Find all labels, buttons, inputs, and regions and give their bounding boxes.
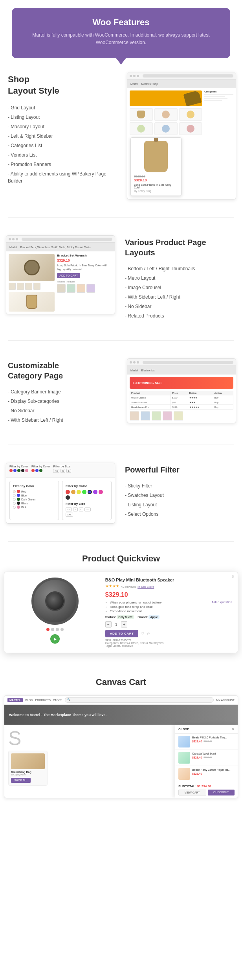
color-dot-red[interactable]	[9, 469, 13, 472]
browser-bar	[127, 72, 236, 79]
shop-mock-card: Martel Martel's Shop	[127, 72, 236, 199]
list-item: No Sidebar	[8, 406, 117, 415]
browser-dot	[130, 361, 132, 364]
nav-link-account[interactable]: MY ACCOUNT	[216, 699, 235, 701]
cat-product-thumb	[163, 411, 172, 421]
nav-martel: Martel	[130, 83, 138, 85]
product-thumb-img	[187, 111, 194, 118]
color-dot-blue[interactable]	[13, 469, 16, 472]
swatch-dot-selected[interactable]	[88, 490, 92, 494]
cart-item-image	[178, 768, 190, 780]
powerful-filter-section: Powerful Filter Sticky Filter Swatches L…	[0, 449, 242, 537]
carousel-dot-active[interactable]	[46, 628, 50, 631]
product-page-title: Various Product Page Layouts	[125, 237, 234, 258]
nav-link-blog[interactable]: BLOG	[25, 699, 33, 701]
checkout-button[interactable]: CHECKOUT	[208, 790, 235, 795]
size-box-l[interactable]: L	[66, 469, 71, 473]
product-grid	[130, 108, 202, 135]
thumb-small	[17, 283, 24, 290]
size-box-s[interactable]: S	[60, 469, 65, 473]
quantity-increase[interactable]: +	[121, 621, 127, 627]
nav-link-products[interactable]: PRODUCTS	[35, 699, 51, 701]
swatch-dot[interactable]	[82, 490, 86, 494]
watch-alt-icon	[26, 295, 37, 309]
color-dot[interactable]	[31, 469, 35, 472]
canvas-hero: Welcome to Martel - The Marketplace Them…	[4, 705, 238, 725]
color-dot-pink[interactable]	[25, 469, 28, 472]
filter-checkbox[interactable]	[13, 494, 16, 497]
swatch-dot[interactable]	[71, 490, 75, 494]
add-to-cart-button[interactable]: ADD TO CART	[57, 273, 80, 278]
canvas-cart-buttons: VIEW CART CHECKOUT	[178, 790, 235, 795]
size-box[interactable]: XS	[66, 508, 72, 511]
filter-card-swatches-title: Filter by Color	[66, 484, 108, 488]
banner-title: Woo Features	[20, 17, 222, 28]
browser-url	[22, 238, 112, 241]
sidebar-item-bar	[204, 98, 227, 99]
filter-option: Dark Green	[13, 498, 55, 501]
carousel-dot[interactable]	[51, 628, 54, 631]
swatch-dot[interactable]	[99, 490, 103, 494]
color-dot-green[interactable]	[17, 469, 20, 472]
quickview-close-button[interactable]: ✕	[231, 574, 235, 579]
table-cell: ★★★	[188, 400, 213, 405]
add-to-cart-button[interactable]: ADD TO CART	[105, 630, 138, 637]
cat-product-thumb	[152, 411, 161, 421]
cart-item-details: Canada Wool Scarf $329.40 $329.40	[192, 752, 216, 759]
carousel-dot[interactable]	[56, 628, 59, 631]
browser-dot	[137, 361, 139, 364]
shop-banner-orange	[130, 90, 202, 106]
powerful-filter-mock: Filter by Color Filter by Color	[4, 461, 117, 526]
size-box[interactable]: S	[73, 508, 78, 511]
canvas-sidebar-close[interactable]: ✕	[231, 727, 235, 731]
view-cart-button[interactable]: VIEW CART	[178, 790, 206, 795]
swatch-dot[interactable]	[77, 490, 81, 494]
table-header-row: Product Price Rating Action	[130, 391, 233, 395]
browser-dot	[130, 75, 132, 77]
canvas-cart-section: Canvas Cart MARTEL BLOG PRODUCTS PAGES 🔍…	[0, 669, 242, 806]
canvas-cart-mock: MARTEL BLOG PRODUCTS PAGES 🔍 MY ACCOUNT …	[4, 695, 238, 798]
compare-icon[interactable]: ⇄	[147, 631, 150, 636]
size-box-xs[interactable]: XS	[53, 469, 59, 473]
play-button[interactable]	[50, 634, 60, 644]
canvas-sidebar-header: CLOSE ✕	[175, 725, 238, 734]
cart-item-price: $329.40	[192, 756, 202, 759]
filter-checkbox[interactable]	[13, 498, 16, 501]
nav-shop: Martel's Shop	[141, 83, 158, 85]
watch-main-image	[9, 254, 55, 281]
carousel-dot[interactable]	[60, 628, 64, 631]
cart-item-title: Canada Wool Scarf	[192, 752, 216, 755]
color-dot[interactable]	[35, 469, 38, 472]
filter-cards: Filter by Color Red Blue	[9, 481, 112, 520]
sidebar-label: Categories	[204, 90, 233, 93]
filter-checkbox[interactable]	[13, 502, 16, 505]
swatch-dot[interactable]	[66, 490, 70, 494]
big-s-decoration: S	[8, 729, 171, 748]
quickview-store-link[interactable]: In Sot Store	[138, 585, 154, 589]
filter-checkbox[interactable]	[13, 490, 16, 493]
wishlist-icon[interactable]: ♡	[141, 631, 144, 636]
nav-link-pages[interactable]: PAGES	[53, 699, 62, 701]
color-dot[interactable]	[39, 469, 42, 472]
shop-mock-body: Martel Martel's Shop	[127, 79, 236, 196]
canvas-product-card: Drawstring Bag By ZippyPixels SHOP ALL	[8, 751, 48, 786]
filter-option: Red	[13, 490, 55, 493]
filter-checkbox[interactable]	[13, 506, 16, 509]
shop-all-button[interactable]: SHOP ALL	[11, 778, 31, 783]
size-box[interactable]: XXL	[66, 513, 73, 517]
product-thumb-img	[137, 125, 145, 133]
product-detail-images	[9, 254, 55, 312]
canvas-cart-item: Canada Wool Scarf $329.40 $329.40	[175, 750, 238, 766]
color-dot-black[interactable]	[21, 469, 24, 472]
swatch-dot[interactable]	[93, 490, 97, 494]
filter-option: Blue	[13, 494, 55, 497]
swatch-dot[interactable]	[66, 495, 70, 500]
canvas-search[interactable]: 🔍	[65, 697, 214, 703]
shop-layout-features: Grid Layout Listing Layout Masonry Layou…	[8, 103, 117, 186]
size-box[interactable]: L	[79, 508, 83, 511]
quantity-decrease[interactable]: −	[105, 621, 112, 627]
divider	[8, 340, 234, 341]
powerful-filter-text: Powerful Filter Sticky Filter Swatches L…	[121, 461, 238, 523]
ask-question-link[interactable]: Ask a question	[212, 600, 232, 604]
size-box[interactable]: XL	[84, 508, 90, 511]
